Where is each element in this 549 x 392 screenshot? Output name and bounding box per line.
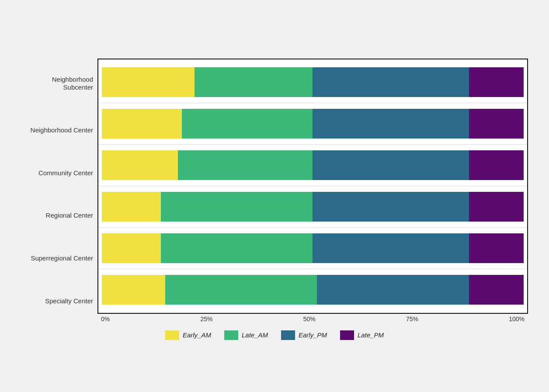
chart-area: Neighborhood SubcenterNeighborhood Cente… [21, 59, 528, 323]
y-label: Regional Center [21, 212, 93, 219]
bar-segment [161, 192, 313, 222]
y-label: Community Center [21, 169, 93, 177]
x-axis-label: 25% [200, 316, 212, 323]
y-label: Superregional Center [21, 254, 93, 262]
bar-row [98, 103, 527, 145]
x-axis-label: 100% [509, 316, 525, 323]
bar-segment [102, 275, 165, 305]
bars-area [98, 59, 527, 313]
bar-row [98, 62, 527, 104]
x-axis-label: 0% [101, 316, 110, 323]
bar-segment [317, 275, 469, 305]
bar-segment [313, 109, 469, 139]
legend-item: Early_PM [281, 330, 327, 340]
x-axis-labels: 0%25%50%75%100% [97, 314, 528, 323]
bar-segment [469, 150, 524, 180]
legend: Early_AMLate_AMEarly_PMLate_PM [21, 330, 528, 340]
bar-segment [165, 275, 317, 305]
bar-segment [102, 67, 195, 97]
legend-color-box [340, 330, 354, 340]
bar-segment [102, 109, 182, 139]
bar-segment [313, 67, 469, 97]
y-label: Neighborhood Center [21, 126, 93, 134]
legend-color-box [281, 330, 295, 340]
bar-segment [469, 192, 524, 222]
bar-chart-wrapper [97, 59, 528, 314]
bar-segment [178, 150, 313, 180]
bar-row [98, 269, 527, 310]
bar-segment [102, 192, 161, 222]
legend-item: Late_AM [224, 330, 268, 340]
bar-row [98, 228, 527, 269]
bar-segment [313, 192, 469, 222]
y-label: Specialty Center [21, 297, 93, 305]
bar-segment [469, 109, 524, 139]
bar-segment [469, 233, 524, 263]
bar-segment [182, 109, 313, 139]
bar-segment [469, 275, 524, 305]
bar-segment [313, 150, 469, 180]
bar-segment [161, 233, 313, 263]
x-axis-label: 75% [406, 316, 418, 323]
bar-segment [195, 67, 313, 97]
legend-label: Late_AM [242, 331, 268, 339]
legend-color-box [224, 330, 238, 340]
bar-row [98, 186, 527, 228]
y-label: Neighborhood Subcenter [21, 76, 93, 91]
bar-segment [313, 233, 469, 263]
legend-label: Early_AM [183, 331, 211, 339]
y-axis-labels: Neighborhood SubcenterNeighborhood Cente… [21, 59, 97, 323]
bar-segment [102, 150, 178, 180]
bar-row [98, 145, 527, 186]
legend-label: Early_PM [299, 331, 327, 339]
legend-item: Early_AM [165, 330, 211, 340]
legend-color-box [165, 330, 179, 340]
legend-label: Late_PM [358, 331, 384, 339]
bar-segment [469, 67, 524, 97]
x-axis-label: 50% [303, 316, 316, 323]
chart-container: Neighborhood SubcenterNeighborhood Cente… [12, 44, 537, 349]
bar-segment [102, 233, 161, 263]
legend-item: Late_PM [340, 330, 384, 340]
